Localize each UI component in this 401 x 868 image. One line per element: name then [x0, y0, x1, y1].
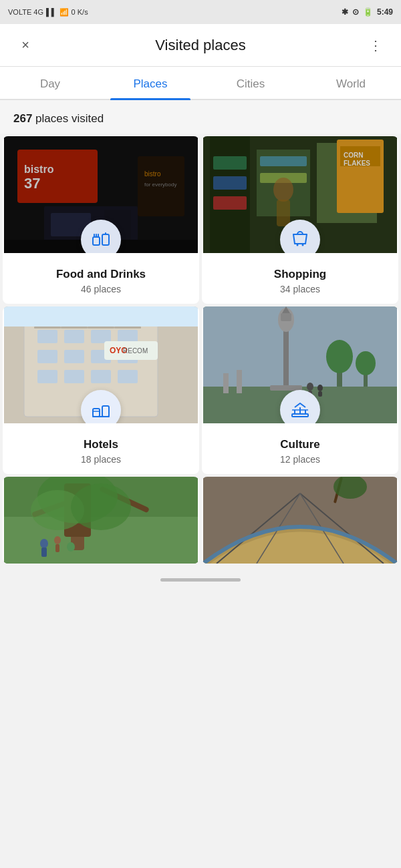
status-right: ✱ ⊙ 🔋 5:49	[342, 7, 393, 17]
culture-image	[202, 306, 398, 423]
svg-point-30	[297, 244, 299, 246]
svg-rect-77	[292, 414, 308, 417]
svg-rect-12	[93, 237, 100, 245]
status-left: VOLTE 4G ▌▌ 📶 0 K/s	[8, 8, 88, 17]
culture-count: 12 places	[210, 454, 390, 465]
wifi-icon: 📶	[59, 8, 69, 17]
culture-body: Culture 12 places	[202, 423, 398, 474]
signal-icon: ▌▌	[46, 8, 57, 16]
hotels-body: Hotels 18 places	[3, 423, 199, 474]
food-drinks-card[interactable]: bistro 37 bistro for everybody	[3, 136, 199, 304]
shopping-body: Shopping 34 places	[202, 253, 398, 304]
category-grid: bistro 37 bistro for everybody	[0, 134, 401, 477]
shopping-card[interactable]: CORN FLAKES	[202, 136, 398, 304]
location-icon: ⊙	[352, 7, 359, 17]
hotels-count: 18 places	[11, 454, 191, 465]
food-drinks-body: Food and Drinks 46 places	[3, 253, 199, 304]
svg-rect-92	[4, 477, 198, 564]
data-speed: 0 K/s	[72, 8, 88, 16]
places-count-bar: 267 places visited	[0, 100, 401, 134]
svg-rect-100	[203, 477, 397, 564]
partial-card-stadium[interactable]	[202, 477, 398, 564]
tabs-bar: Day Places Cities World	[0, 67, 401, 100]
hotels-title: Hotels	[11, 438, 191, 451]
bottom-bar	[0, 566, 401, 593]
more-options-button[interactable]: ⋮	[362, 32, 389, 59]
food-drinks-count: 46 places	[11, 284, 191, 294]
shopping-count: 34 places	[210, 284, 390, 294]
svg-rect-29	[277, 200, 290, 226]
culture-card[interactable]: Culture 12 places	[202, 306, 398, 474]
svg-point-31	[302, 244, 304, 246]
places-count-number: 267	[13, 112, 32, 125]
svg-rect-13	[102, 234, 109, 245]
shopping-title: Shopping	[210, 268, 390, 281]
page-title: Visited places	[39, 37, 362, 54]
close-button[interactable]: ×	[12, 32, 39, 59]
bluetooth-icon: ✱	[342, 7, 348, 17]
time-label: 5:49	[377, 7, 393, 17]
tab-places[interactable]: Places	[100, 67, 200, 99]
hotels-card[interactable]: OYO RECOM Hotels 18 places	[3, 306, 199, 474]
tab-cities[interactable]: Cities	[200, 67, 301, 99]
partial-card-nature[interactable]	[3, 477, 199, 564]
hotels-image: OYO RECOM	[3, 306, 199, 423]
battery-icon: 🔋	[363, 7, 373, 17]
shopping-image: CORN FLAKES	[202, 136, 398, 253]
partial-card-row	[0, 477, 401, 566]
food-drinks-image: bistro 37 bistro for everybody	[3, 136, 199, 253]
svg-rect-57	[102, 406, 109, 417]
tab-day[interactable]: Day	[0, 67, 100, 99]
food-drinks-title: Food and Drinks	[11, 268, 191, 281]
home-indicator	[160, 578, 241, 582]
app-header: × Visited places ⋮	[0, 24, 401, 67]
svg-rect-56	[93, 409, 100, 417]
svg-point-28	[273, 178, 293, 202]
culture-title: Culture	[210, 438, 390, 451]
carrier-label: VOLTE 4G	[8, 8, 43, 16]
places-count-suffix: places visited	[32, 112, 104, 125]
tab-world[interactable]: World	[301, 67, 401, 99]
status-bar: VOLTE 4G ▌▌ 📶 0 K/s ✱ ⊙ 🔋 5:49	[0, 0, 401, 24]
